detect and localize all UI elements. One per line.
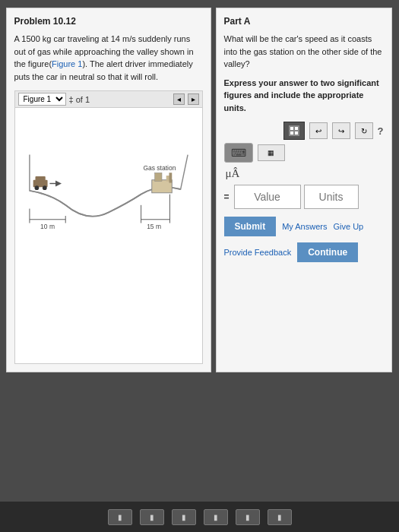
figure-prev-btn[interactable]: ◂ — [173, 93, 185, 105]
taskbar: ▮ ▮ ▮ ▮ ▮ ▮ — [0, 502, 399, 532]
svg-rect-20 — [295, 127, 298, 130]
taskbar-btn-5[interactable]: ▮ — [236, 509, 260, 525]
continue-btn[interactable]: Continue — [297, 242, 358, 262]
problem-text: A 1500 kg car traveling at 14 m/s sudden… — [14, 33, 203, 83]
value-input[interactable] — [234, 185, 301, 209]
figure-toolbar: Figure 1 ‡ of 1 ◂ ▸ — [15, 91, 202, 108]
left-panel: Problem 10.12 A 1500 kg car traveling at… — [6, 8, 211, 372]
part-a-question: What will be the car's speed as it coast… — [224, 33, 384, 71]
part-a-title: Part A — [224, 16, 384, 27]
feedback-row: Provide Feedback Continue — [224, 242, 384, 262]
units-input[interactable] — [304, 185, 359, 209]
taskbar-btn-1[interactable]: ▮ — [108, 509, 132, 525]
answer-toolbar: ↩ ↪ ↻ ? — [224, 122, 384, 140]
my-answers-link[interactable]: My Answers — [282, 222, 327, 231]
svg-rect-7 — [169, 173, 172, 182]
extra-btn[interactable]: ▦ — [258, 144, 285, 161]
taskbar-btn-6[interactable]: ▮ — [268, 509, 292, 525]
figure-next-btn[interactable]: ▸ — [188, 93, 199, 105]
refresh-btn[interactable]: ↻ — [355, 122, 373, 139]
submit-row: Submit My Answers Give Up — [224, 217, 384, 236]
submit-btn[interactable]: Submit — [224, 217, 277, 236]
svg-rect-1 — [35, 176, 45, 182]
svg-rect-4 — [151, 180, 171, 193]
palette-icon[interactable] — [283, 122, 305, 140]
keyboard-icon[interactable]: ⌨ — [224, 143, 253, 163]
svg-text:15 m: 15 m — [147, 223, 161, 230]
help-btn[interactable]: ? — [378, 125, 384, 137]
part-a-instructions: Express your answer to two significant f… — [224, 77, 384, 115]
svg-rect-5 — [154, 173, 161, 181]
svg-rect-22 — [295, 131, 298, 135]
figure-of-label: ‡ of 1 — [69, 95, 90, 104]
problem-title: Problem 10.12 — [14, 16, 203, 27]
svg-point-2 — [34, 185, 39, 190]
svg-text:10 m: 10 m — [40, 223, 55, 230]
taskbar-btn-3[interactable]: ▮ — [172, 509, 196, 525]
answer-row: = — [224, 185, 384, 209]
figure-drawing: Gas station 10 m 15 m — [15, 108, 202, 245]
figure-select[interactable]: Figure 1 — [18, 93, 66, 106]
provide-feedback-link[interactable]: Provide Feedback — [224, 248, 292, 257]
svg-rect-21 — [290, 131, 293, 135]
equals-symbol: = — [224, 192, 230, 202]
right-panel: Part A What will be the car's speed as i… — [216, 8, 392, 372]
svg-point-3 — [42, 185, 46, 190]
figure-link[interactable]: Figure 1 — [52, 59, 82, 68]
svg-text:Gas station: Gas station — [143, 164, 176, 172]
mu-symbol-display: μÂ — [224, 167, 384, 180]
taskbar-btn-4[interactable]: ▮ — [204, 509, 228, 525]
figure-container: Figure 1 ‡ of 1 ◂ ▸ — [14, 90, 203, 364]
mu-symbol-text: μÂ — [226, 167, 240, 179]
give-up-link[interactable]: Give Up — [333, 222, 363, 231]
redo-btn[interactable]: ↪ — [332, 122, 350, 139]
undo-btn[interactable]: ↩ — [309, 122, 328, 139]
taskbar-btn-2[interactable]: ▮ — [140, 509, 164, 525]
svg-rect-19 — [290, 127, 293, 130]
